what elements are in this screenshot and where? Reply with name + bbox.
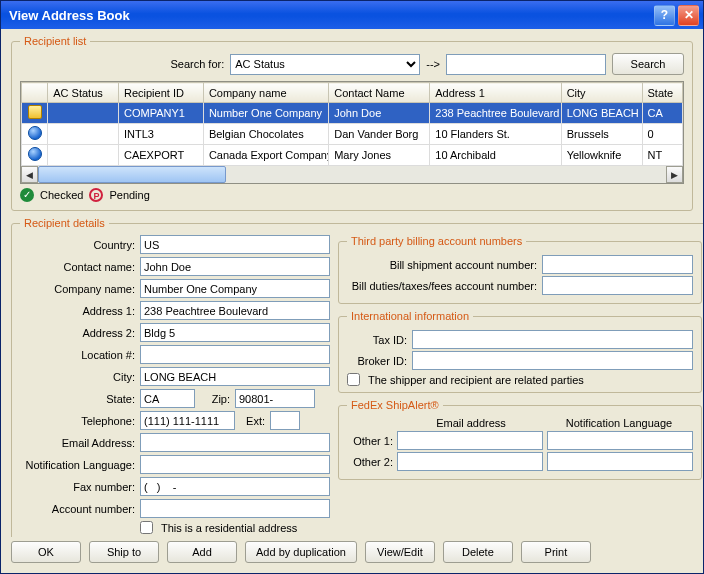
- related-parties-checkbox[interactable]: [347, 373, 360, 386]
- other1-lang-input[interactable]: [547, 431, 693, 450]
- cell-recipient-id: INTL3: [119, 124, 204, 145]
- cell-company-name: Belgian Chocolates: [203, 124, 328, 145]
- country-input[interactable]: [140, 235, 330, 254]
- company-name-input[interactable]: [140, 279, 330, 298]
- recipient-details-fieldset: Recipient details Country: Contact name:…: [11, 217, 703, 537]
- cell-state: 0: [642, 124, 683, 145]
- h-scrollbar[interactable]: ◀ ▶: [21, 166, 683, 183]
- email-label: Email Address:: [20, 437, 135, 449]
- scroll-left-button[interactable]: ◀: [21, 166, 38, 183]
- row-icon-cell: [22, 124, 48, 145]
- notif-lang-input[interactable]: [140, 455, 330, 474]
- state-input[interactable]: [140, 389, 195, 408]
- add-button[interactable]: Add: [167, 541, 237, 563]
- checked-icon: ✓: [20, 188, 34, 202]
- th-company-name[interactable]: Company name: [203, 83, 328, 103]
- content: Recipient list Search for: AC Status -->…: [1, 29, 703, 537]
- bottom-button-bar: OK Ship to Add Add by duplication View/E…: [1, 537, 703, 573]
- help-button[interactable]: ?: [654, 5, 675, 26]
- company-name-label: Company name:: [20, 283, 135, 295]
- related-parties-label: The shipper and recipient are related pa…: [368, 374, 584, 386]
- search-arrow-label: -->: [426, 58, 440, 70]
- pending-label: Pending: [109, 189, 149, 201]
- cell-address1: 238 Peachtree Boulevard: [430, 103, 561, 124]
- pending-icon: P: [89, 188, 103, 202]
- tax-id-input[interactable]: [412, 330, 693, 349]
- search-input[interactable]: [446, 54, 606, 75]
- scroll-right-button[interactable]: ▶: [666, 166, 683, 183]
- other1-email-input[interactable]: [397, 431, 543, 450]
- cell-ac-status: [48, 124, 119, 145]
- card-icon: [28, 105, 42, 119]
- contact-name-input[interactable]: [140, 257, 330, 276]
- residential-row[interactable]: This is a residential address: [140, 521, 330, 534]
- cell-state: NT: [642, 145, 683, 166]
- intl-fieldset: International information Tax ID: Broker…: [338, 310, 702, 393]
- th-recipient-id[interactable]: Recipient ID: [119, 83, 204, 103]
- scroll-track[interactable]: [38, 166, 666, 183]
- ship-to-button[interactable]: Ship to: [89, 541, 159, 563]
- zip-input[interactable]: [235, 389, 315, 408]
- ext-input[interactable]: [270, 411, 300, 430]
- search-row: Search for: AC Status --> Search: [20, 53, 684, 75]
- cell-city: LONG BEACH: [561, 103, 642, 124]
- row-icon-cell: [22, 103, 48, 124]
- th-state[interactable]: State: [642, 83, 683, 103]
- telephone-input[interactable]: [140, 411, 235, 430]
- close-button[interactable]: ✕: [678, 5, 699, 26]
- delete-button[interactable]: Delete: [443, 541, 513, 563]
- other2-email-input[interactable]: [397, 452, 543, 471]
- address2-input[interactable]: [140, 323, 330, 342]
- cell-company-name: Canada Export Company: [203, 145, 328, 166]
- search-for-dropdown[interactable]: AC Status: [230, 54, 420, 75]
- scroll-thumb[interactable]: [38, 166, 226, 183]
- bill-ship-label: Bill shipment account number:: [347, 259, 537, 271]
- cell-ac-status: [48, 145, 119, 166]
- other1-label: Other 1:: [347, 435, 393, 447]
- th-contact-name[interactable]: Contact Name: [329, 83, 430, 103]
- cell-contact-name: Dan Vander Borg: [329, 124, 430, 145]
- residential-checkbox[interactable]: [140, 521, 153, 534]
- city-label: City:: [20, 371, 135, 383]
- contact-name-label: Contact name:: [20, 261, 135, 273]
- table-row[interactable]: CAEXPORTCanada Export CompanyMary Jones1…: [22, 145, 683, 166]
- bill-ship-input[interactable]: [542, 255, 693, 274]
- th-ac-status[interactable]: AC Status: [48, 83, 119, 103]
- bill-duties-input[interactable]: [542, 276, 693, 295]
- print-button[interactable]: Print: [521, 541, 591, 563]
- account-number-input[interactable]: [140, 499, 330, 518]
- cell-contact-name: Mary Jones: [329, 145, 430, 166]
- third-party-fieldset: Third party billing account numbers Bill…: [338, 235, 702, 304]
- ok-button[interactable]: OK: [11, 541, 81, 563]
- table-row[interactable]: INTL3Belgian ChocolatesDan Vander Borg10…: [22, 124, 683, 145]
- zip-label: Zip:: [200, 393, 230, 405]
- checked-label: Checked: [40, 189, 83, 201]
- shipalert-fieldset: FedEx ShipAlert® Email address Notificat…: [338, 399, 702, 480]
- th-address1[interactable]: Address 1: [430, 83, 561, 103]
- th-icon[interactable]: [22, 83, 48, 103]
- city-input[interactable]: [140, 367, 330, 386]
- location-input[interactable]: [140, 345, 330, 364]
- details-right-column: Third party billing account numbers Bill…: [338, 235, 702, 537]
- other2-lang-input[interactable]: [547, 452, 693, 471]
- location-label: Location #:: [20, 349, 135, 361]
- cell-recipient-id: CAEXPORT: [119, 145, 204, 166]
- tax-id-label: Tax ID:: [347, 334, 407, 346]
- recipient-table: AC Status Recipient ID Company name Cont…: [20, 81, 684, 184]
- view-edit-button[interactable]: View/Edit: [365, 541, 435, 563]
- add-by-duplication-button[interactable]: Add by duplication: [245, 541, 357, 563]
- cell-city: Brussels: [561, 124, 642, 145]
- address1-input[interactable]: [140, 301, 330, 320]
- th-city[interactable]: City: [561, 83, 642, 103]
- fax-input[interactable]: [140, 477, 330, 496]
- email-input[interactable]: [140, 433, 330, 452]
- related-parties-row[interactable]: The shipper and recipient are related pa…: [347, 373, 693, 386]
- telephone-label: Telephone:: [20, 415, 135, 427]
- globe-icon: [28, 147, 42, 161]
- globe-icon: [28, 126, 42, 140]
- search-button[interactable]: Search: [612, 53, 684, 75]
- row-icon-cell: [22, 145, 48, 166]
- broker-id-input[interactable]: [412, 351, 693, 370]
- table-row[interactable]: COMPANY1Number One CompanyJohn Doe238 Pe…: [22, 103, 683, 124]
- address1-label: Address 1:: [20, 305, 135, 317]
